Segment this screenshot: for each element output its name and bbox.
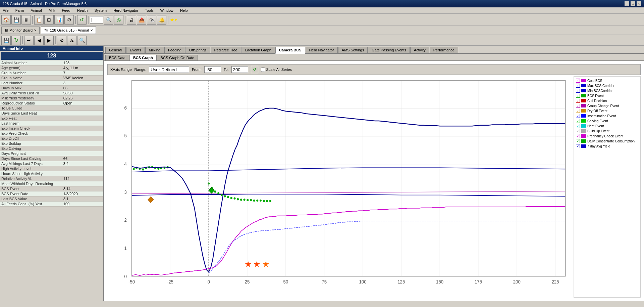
tb-grid-button[interactable]: ⊞ bbox=[44, 15, 54, 25]
chart-x-axis-label: Days Since Last Calving bbox=[107, 299, 574, 301]
tb2-forward[interactable]: ▶ bbox=[44, 36, 54, 45]
monitor-tab-close[interactable]: ✕ bbox=[34, 29, 37, 32]
tb-refresh-button[interactable]: ↺ bbox=[77, 15, 87, 25]
info-value bbox=[62, 171, 103, 176]
tab-events[interactable]: Events bbox=[126, 47, 145, 53]
legend-checkbox[interactable]: ✓ bbox=[576, 119, 580, 123]
range-refresh-button[interactable]: ↺ bbox=[251, 66, 258, 73]
svg-text:75: 75 bbox=[322, 279, 327, 284]
tb2-back[interactable]: ◀ bbox=[34, 36, 44, 45]
xaxis-bar: XAxis Range Range: From: To: ↺ Scale All… bbox=[107, 64, 641, 75]
menu-animal[interactable]: Animal bbox=[29, 8, 43, 13]
menu-bar: File Farm Animal Milk Feed Health System… bbox=[0, 7, 644, 14]
legend-item: ✓Daily Concentrate Consumption bbox=[576, 139, 638, 143]
window-tab-monitor[interactable]: 🖥 Monitor Board ✕ bbox=[1, 27, 40, 34]
sub-tabs: BCS Data BCS Graph BCS Graph On Date bbox=[104, 54, 644, 61]
legend-item: ✓Group Change Event bbox=[576, 104, 638, 108]
legend-checkbox[interactable]: ✓ bbox=[576, 114, 580, 118]
legend-checkbox[interactable]: ✓ bbox=[576, 139, 580, 143]
tb-zoom-button[interactable]: 🔍 bbox=[104, 15, 113, 25]
tb-list-button[interactable]: 📋 bbox=[34, 15, 44, 25]
tb-save-button[interactable]: 💾 bbox=[11, 15, 21, 25]
legend-checkbox[interactable]: ✓ bbox=[576, 89, 580, 93]
tb2-save[interactable]: 💾 bbox=[1, 36, 11, 45]
tab-ams-settings[interactable]: AMS Settings bbox=[338, 47, 368, 53]
scale-all-label[interactable]: Scale All Series bbox=[261, 68, 292, 72]
tab-herd-navigator[interactable]: Herd Navigator bbox=[306, 47, 338, 53]
tb2-undo[interactable]: ↩ bbox=[24, 36, 34, 45]
search-input[interactable] bbox=[90, 16, 103, 24]
tab-performance[interactable]: Performance bbox=[430, 47, 458, 53]
menu-feed[interactable]: Feed bbox=[61, 8, 72, 13]
legend-checkbox[interactable]: ✓ bbox=[576, 134, 580, 138]
range-select[interactable] bbox=[149, 66, 189, 73]
info-value: 3.14 bbox=[62, 186, 103, 191]
tb-cow-button[interactable]: 🐄 bbox=[147, 15, 156, 25]
maximize-button[interactable]: □ bbox=[631, 1, 635, 6]
svg-text:5: 5 bbox=[124, 133, 127, 138]
tab-pedigree[interactable]: Pedigree Tree bbox=[211, 47, 241, 53]
menu-help[interactable]: Help bbox=[179, 8, 189, 13]
svg-text:50: 50 bbox=[283, 279, 288, 284]
info-value: 4 y, 11 m bbox=[62, 65, 103, 71]
legend-checkbox[interactable]: ✓ bbox=[576, 84, 580, 88]
tab-milking[interactable]: Milking bbox=[145, 47, 164, 53]
subtab-bcs-graph[interactable]: BCS Graph bbox=[129, 55, 157, 60]
menu-file[interactable]: File bbox=[1, 8, 10, 13]
close-button[interactable]: ✕ bbox=[637, 1, 641, 6]
legend-item: ✓Max BCS Corridor bbox=[576, 84, 638, 88]
tb-filter-button[interactable]: ⚙ bbox=[64, 15, 74, 25]
tb-graph-button[interactable]: 📊 bbox=[54, 15, 64, 25]
animal-info-table: Animal Number128Age (y:mm)4 y, 11 mGroup… bbox=[0, 60, 103, 207]
scale-all-checkbox[interactable] bbox=[261, 68, 265, 72]
legend-checkbox[interactable]: ✓ bbox=[576, 104, 580, 108]
from-input[interactable] bbox=[204, 66, 221, 73]
legend-checkbox[interactable]: ✓ bbox=[576, 109, 580, 113]
legend-checkbox[interactable]: ✓ bbox=[576, 99, 580, 103]
tb-home-button[interactable]: 🏠 bbox=[1, 15, 11, 25]
minimize-button[interactable]: _ bbox=[625, 1, 629, 6]
tab-camera-bcs[interactable]: Camera BCS bbox=[275, 47, 305, 54]
tab-general[interactable]: General bbox=[105, 47, 126, 53]
title-bar-controls[interactable]: _ □ ✕ bbox=[625, 1, 641, 6]
tab-lactation[interactable]: Lactation Graph bbox=[241, 47, 275, 53]
menu-herd-navigator[interactable]: Herd Navigator bbox=[112, 8, 140, 13]
tb-favorites-button[interactable]: ★▾ bbox=[170, 16, 177, 23]
tb-print-button[interactable]: 🖨 bbox=[127, 15, 136, 25]
legend-checkbox[interactable]: ✓ bbox=[576, 129, 580, 133]
tb-screen-button[interactable]: 🖥 bbox=[21, 15, 31, 25]
tb-circle-button[interactable]: ◎ bbox=[114, 15, 123, 25]
legend-color-swatch bbox=[581, 89, 586, 92]
menu-farm[interactable]: Farm bbox=[14, 8, 25, 13]
info-label: Lact Number bbox=[0, 81, 62, 86]
tb2-settings[interactable]: ⚙ bbox=[57, 36, 66, 45]
legend-checkbox[interactable]: ✓ bbox=[576, 94, 580, 98]
tb-alert-button[interactable]: 🔔 bbox=[157, 15, 166, 25]
menu-system[interactable]: System bbox=[93, 8, 108, 13]
tb2-search[interactable]: 🔍 bbox=[77, 36, 87, 45]
menu-tools[interactable]: Tools bbox=[144, 8, 155, 13]
tb2-refresh[interactable]: ↻ bbox=[11, 36, 21, 45]
menu-milk[interactable]: Milk bbox=[47, 8, 57, 13]
subtab-bcs-data[interactable]: BCS Data bbox=[105, 55, 129, 60]
info-label: Hours Since High Activity bbox=[0, 171, 62, 176]
legend-item: ✓Insemination Event bbox=[576, 114, 638, 118]
tb2-print[interactable]: 🖨 bbox=[67, 36, 76, 45]
subtab-bcs-graph-date[interactable]: BCS Graph On Date bbox=[157, 55, 198, 60]
to-input[interactable] bbox=[231, 66, 248, 73]
menu-health[interactable]: Health bbox=[76, 8, 89, 13]
tb-export-button[interactable]: 📤 bbox=[137, 15, 146, 25]
menu-window[interactable]: Window bbox=[159, 8, 175, 13]
tab-activity[interactable]: Activity bbox=[410, 47, 429, 53]
tab-gate-passing[interactable]: Gate Passing Events bbox=[368, 47, 410, 53]
legend-checkbox[interactable]: ✓ bbox=[576, 124, 580, 128]
animal-tab-close[interactable]: ✕ bbox=[90, 29, 93, 32]
window-tab-animal[interactable]: 🐄 128 Grada 615 - Animal ✕ bbox=[41, 27, 96, 34]
tab-feeding[interactable]: Feeding bbox=[164, 47, 185, 53]
legend-checkbox[interactable]: ✓ bbox=[576, 79, 580, 83]
bcs-chart: 0 1 2 3 4 5 6 -50 -25 0 25 50 75 bbox=[107, 76, 574, 298]
tab-offsprings[interactable]: OffSprings bbox=[185, 47, 210, 53]
legend-checkbox[interactable]: ✓ bbox=[576, 144, 580, 148]
legend-color-swatch bbox=[581, 139, 586, 143]
svg-text:200: 200 bbox=[513, 279, 521, 284]
